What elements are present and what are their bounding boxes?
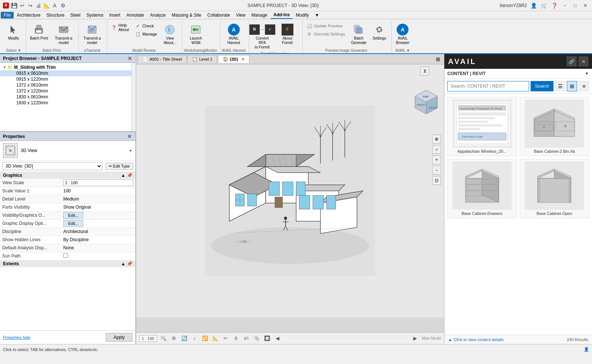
maximize-button[interactable]: □ bbox=[571, 2, 579, 9]
avail-card-appalachian[interactable]: Community Production for Revit Click her… bbox=[447, 97, 517, 156]
manage-button[interactable]: 📋 Manage bbox=[133, 30, 159, 38]
etransmit-button[interactable]: eT Transmit a model bbox=[80, 22, 104, 47]
zoom-out-button[interactable]: − bbox=[432, 166, 441, 175]
vp-tab-level1[interactable]: 📋 Level 1 bbox=[187, 55, 217, 63]
nav-icon-9[interactable]: 🏷 bbox=[243, 335, 250, 342]
viewport-collapse-button[interactable]: ⊞ bbox=[434, 55, 443, 64]
nav-icon-10[interactable]: 📎 bbox=[253, 335, 260, 342]
menu-file[interactable]: File bbox=[1, 12, 14, 18]
avail-list-view-button[interactable]: ☰ bbox=[555, 81, 565, 91]
prop-value-sun-path[interactable] bbox=[61, 252, 135, 260]
tree-item-1[interactable]: 0915 x 0610mm bbox=[0, 70, 131, 76]
nav-icon-3[interactable]: 🔄 bbox=[181, 335, 188, 342]
help-icon[interactable]: ❓ bbox=[551, 2, 558, 9]
fit-view-button[interactable]: ⊡ bbox=[432, 176, 441, 185]
avail-filter-button[interactable]: ≡ bbox=[579, 81, 589, 91]
minimize-button[interactable]: − bbox=[561, 2, 568, 9]
properties-help-link[interactable]: Properties help bbox=[3, 335, 30, 340]
edit-type-button[interactable]: ✏ Edit Type bbox=[105, 163, 133, 170]
avail-close-icon[interactable]: ✕ bbox=[579, 57, 588, 66]
print-quick-icon[interactable]: 🖨 bbox=[35, 2, 42, 9]
viewport-ctrl-2[interactable]: ○ bbox=[432, 145, 441, 154]
nav-icon-5[interactable]: 🔁 bbox=[201, 335, 209, 342]
tree-item-0[interactable]: ▼ 📁 M_Sliding with Trim bbox=[0, 64, 131, 70]
text-icon[interactable]: A bbox=[51, 2, 58, 9]
menu-more[interactable]: ▼ bbox=[312, 12, 322, 18]
avail-card-base-cabinet-2bin[interactable]: Base Cabinet-2 Bin.rfa bbox=[520, 97, 589, 156]
vp-tab-3d[interactable]: 🏠 {3D} ✕ bbox=[218, 55, 249, 63]
properties-close[interactable]: ✕ bbox=[127, 134, 132, 139]
view-dropdown[interactable]: 3D View: {3D} bbox=[2, 162, 102, 170]
menu-modify[interactable]: Modify bbox=[293, 12, 312, 18]
nav-icon-6[interactable]: 📐 bbox=[212, 335, 219, 342]
graphic-display-edit-button[interactable]: Edit... bbox=[63, 220, 83, 227]
sun-path-checkbox[interactable] bbox=[63, 253, 68, 258]
tree-item-5[interactable]: 1830 x 0610mm bbox=[0, 94, 131, 100]
nav-icon-1[interactable]: 🔍 bbox=[160, 335, 167, 342]
batch-print-button[interactable]: Batch Print bbox=[28, 22, 50, 42]
type-dropdown-arrow[interactable]: ▼ bbox=[129, 149, 132, 153]
menu-massing[interactable]: Massing & Site bbox=[169, 12, 204, 18]
avail-content-details-link[interactable]: ▲ Click to view content details bbox=[448, 337, 504, 342]
avail-card-base-cabinet-drawers[interactable]: Base Cabinet-Drawers bbox=[447, 159, 517, 218]
graphics-section-header[interactable]: Graphics ▲ 📌 bbox=[0, 172, 135, 179]
avail-grid-view-button[interactable]: ⊞ bbox=[567, 81, 577, 91]
view-scale-input[interactable] bbox=[63, 179, 133, 186]
avail-search-input[interactable] bbox=[447, 81, 529, 91]
menu-structure[interactable]: Structure bbox=[43, 12, 67, 18]
nav-icon-2[interactable]: ⚙ bbox=[170, 335, 178, 342]
modify-button[interactable]: Modify bbox=[4, 22, 23, 42]
settings-quick-icon[interactable]: ⚙ bbox=[59, 2, 67, 9]
browser-scrollbar[interactable] bbox=[131, 63, 136, 131]
zoom-in-button[interactable]: + bbox=[432, 155, 441, 164]
convert-rfa-button[interactable]: R → F Convert RFAto FormIt bbox=[250, 22, 274, 51]
check-button[interactable]: ✓ Check bbox=[133, 22, 159, 30]
batch-generate-button[interactable]: BatchGenerate bbox=[349, 22, 369, 47]
cart-icon[interactable]: 🛒 bbox=[540, 2, 548, 9]
nav-icon-7[interactable]: ✂ bbox=[222, 335, 229, 342]
vp-tab-title-sheet[interactable]: 📄 A001 - Title Sheet bbox=[138, 55, 186, 63]
prop-value-view-scale[interactable] bbox=[61, 179, 135, 187]
project-browser-close[interactable]: ✕ bbox=[127, 55, 133, 61]
tree-item-4[interactable]: 1372 x 1220mm bbox=[0, 88, 131, 94]
nav-icon-12[interactable]: ◀ bbox=[274, 335, 281, 342]
update-preview-button[interactable]: 🔄 Update Preview bbox=[304, 22, 347, 30]
avail-content-dropdown[interactable]: ▼ bbox=[585, 71, 589, 76]
menu-manage[interactable]: Manage bbox=[248, 12, 270, 18]
avail-harvest-button[interactable]: A AVAIL Harvest bbox=[222, 22, 246, 47]
apply-button[interactable]: Apply bbox=[106, 333, 132, 342]
redo-icon[interactable]: ↪ bbox=[27, 2, 34, 9]
menu-add-ins[interactable]: Add-Ins bbox=[270, 11, 293, 19]
menu-steel[interactable]: Steel bbox=[67, 12, 83, 18]
menu-view[interactable]: View bbox=[233, 12, 249, 18]
menu-architecture[interactable]: Architecture bbox=[14, 12, 43, 18]
viewport-ctrl-1[interactable]: ⊕ bbox=[432, 135, 441, 144]
avail-browser-button[interactable]: A AVAILBrowser bbox=[393, 22, 412, 47]
visibility-edit-button[interactable]: Edit... bbox=[63, 212, 83, 219]
avail-link-icon[interactable]: 🔗 bbox=[567, 57, 576, 66]
menu-annotate[interactable]: Annotate bbox=[123, 12, 147, 18]
menu-insert[interactable]: Insert bbox=[106, 12, 123, 18]
nav-icon-right[interactable]: ▶ bbox=[411, 335, 419, 342]
tree-item-2[interactable]: 0915 x 1220mm bbox=[0, 76, 131, 82]
about-formit-button[interactable]: F About FormIt bbox=[276, 22, 299, 47]
launch-wsm-button[interactable]: Launch WSM bbox=[184, 22, 208, 47]
tree-item-3[interactable]: 1372 x 0610mm bbox=[0, 82, 131, 88]
close-button[interactable]: ✕ bbox=[582, 2, 589, 9]
prop-value-visibility[interactable]: Edit... bbox=[61, 211, 135, 219]
nav-cube[interactable]: TOP FRONT RIGHT bbox=[411, 87, 441, 116]
avail-search-button[interactable]: Search bbox=[531, 81, 554, 91]
prop-value-graphic-display[interactable]: Edit... bbox=[61, 219, 135, 228]
viewport-expand-btn[interactable]: ⊻ bbox=[420, 67, 429, 75]
nav-icon-4[interactable]: ↕ bbox=[191, 335, 198, 342]
settings-button[interactable]: Settings bbox=[370, 22, 388, 42]
save-icon[interactable]: 💾 bbox=[10, 2, 18, 9]
help-about-button[interactable]: ❓ HelpAbout bbox=[109, 22, 131, 33]
undo-icon[interactable]: ↩ bbox=[18, 2, 26, 9]
nav-icon-11[interactable]: 🔲 bbox=[263, 335, 271, 342]
vp-tab-close-3d[interactable]: ✕ bbox=[241, 57, 245, 62]
transmit-model-button[interactable]: Transmit a model bbox=[52, 22, 75, 47]
menu-analyze[interactable]: Analyze bbox=[147, 12, 169, 18]
viewport-expand-icon[interactable]: ⊻ bbox=[420, 67, 429, 75]
menu-collaborate[interactable]: Collaborate bbox=[204, 12, 233, 18]
